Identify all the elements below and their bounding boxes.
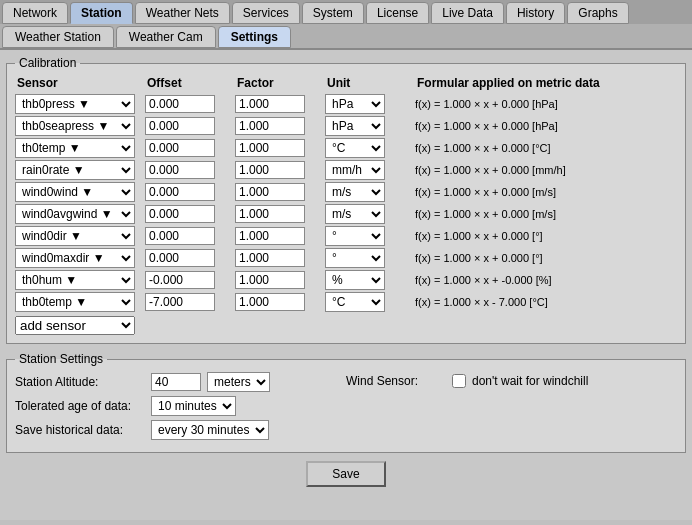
tab-weather-cam[interactable]: Weather Cam (116, 26, 216, 48)
factor-input-9[interactable] (235, 293, 305, 311)
tab-weather-nets[interactable]: Weather Nets (135, 2, 230, 24)
sensor-select-2[interactable]: th0temp ▼ (15, 138, 135, 158)
table-row: wind0wind ▼m/sf(x) = 1.000 × x + 0.000 [… (15, 182, 677, 202)
tab-services[interactable]: Services (232, 2, 300, 24)
offset-input-2[interactable] (145, 139, 215, 157)
factor-input-8[interactable] (235, 271, 305, 289)
top-nav: Network Station Weather Nets Services Sy… (0, 0, 692, 24)
sensor-select-9[interactable]: thb0temp ▼ (15, 292, 135, 312)
calibration-rows: thb0press ▼hPaf(x) = 1.000 × x + 0.000 [… (15, 94, 677, 312)
factor-input-0[interactable] (235, 95, 305, 113)
wind-sensor-label: Wind Sensor: (346, 374, 446, 388)
calibration-header: Sensor Offset Factor Unit Formular appli… (15, 76, 677, 90)
wind-chill-label: don't wait for windchill (472, 374, 588, 388)
unit-select-9[interactable]: °C (325, 292, 385, 312)
factor-input-7[interactable] (235, 249, 305, 267)
table-row: wind0avgwind ▼m/sf(x) = 1.000 × x + 0.00… (15, 204, 677, 224)
formula-text-4: f(x) = 1.000 × x + 0.000 [m/s] (415, 186, 677, 198)
offset-input-3[interactable] (145, 161, 215, 179)
sensor-select-3[interactable]: rain0rate ▼ (15, 160, 135, 180)
unit-select-6[interactable]: ° (325, 226, 385, 246)
header-formula: Formular applied on metric data (417, 76, 677, 90)
unit-select-3[interactable]: mm/h (325, 160, 385, 180)
tab-station[interactable]: Station (70, 2, 133, 24)
sensor-select-4[interactable]: wind0wind ▼ (15, 182, 135, 202)
offset-input-7[interactable] (145, 249, 215, 267)
formula-text-3: f(x) = 1.000 × x + 0.000 [mm/h] (415, 164, 677, 176)
factor-input-1[interactable] (235, 117, 305, 135)
offset-input-6[interactable] (145, 227, 215, 245)
table-row: th0temp ▼°Cf(x) = 1.000 × x + 0.000 [°C] (15, 138, 677, 158)
tolerated-age-select[interactable]: 1 minute 5 minutes 10 minutes 15 minutes… (151, 396, 236, 416)
sensor-select-6[interactable]: wind0dir ▼ (15, 226, 135, 246)
formula-text-0: f(x) = 1.000 × x + 0.000 [hPa] (415, 98, 677, 110)
calibration-fieldset: Calibration Sensor Offset Factor Unit Fo… (6, 56, 686, 344)
tolerated-age-row: Tolerated age of data: 1 minute 5 minute… (15, 396, 346, 416)
formula-text-2: f(x) = 1.000 × x + 0.000 [°C] (415, 142, 677, 154)
main-content: Calibration Sensor Offset Factor Unit Fo… (0, 50, 692, 520)
factor-input-2[interactable] (235, 139, 305, 157)
unit-select-8[interactable]: % (325, 270, 385, 290)
tab-network[interactable]: Network (2, 2, 68, 24)
formula-text-6: f(x) = 1.000 × x + 0.000 [°] (415, 230, 677, 242)
tolerated-age-label: Tolerated age of data: (15, 399, 145, 413)
altitude-input[interactable] (151, 373, 201, 391)
table-row: wind0maxdir ▼°f(x) = 1.000 × x + 0.000 [… (15, 248, 677, 268)
formula-text-5: f(x) = 1.000 × x + 0.000 [m/s] (415, 208, 677, 220)
offset-input-4[interactable] (145, 183, 215, 201)
table-row: thb0seapress ▼hPaf(x) = 1.000 × x + 0.00… (15, 116, 677, 136)
station-settings-fieldset: Station Settings Station Altitude: meter… (6, 352, 686, 453)
add-sensor-select[interactable]: add sensor (15, 316, 135, 335)
offset-input-9[interactable] (145, 293, 215, 311)
table-row: wind0dir ▼°f(x) = 1.000 × x + 0.000 [°] (15, 226, 677, 246)
table-row: thb0press ▼hPaf(x) = 1.000 × x + 0.000 [… (15, 94, 677, 114)
offset-input-1[interactable] (145, 117, 215, 135)
sensor-select-5[interactable]: wind0avgwind ▼ (15, 204, 135, 224)
header-sensor: Sensor (17, 76, 147, 90)
factor-input-3[interactable] (235, 161, 305, 179)
factor-input-5[interactable] (235, 205, 305, 223)
tab-weather-station[interactable]: Weather Station (2, 26, 114, 48)
sensor-select-8[interactable]: th0hum ▼ (15, 270, 135, 290)
formula-text-1: f(x) = 1.000 × x + 0.000 [hPa] (415, 120, 677, 132)
tab-graphs[interactable]: Graphs (567, 2, 628, 24)
calibration-legend: Calibration (15, 56, 80, 70)
altitude-unit-select[interactable]: meters feet (207, 372, 270, 392)
station-settings-right: Wind Sensor: don't wait for windchill (346, 372, 677, 444)
formula-text-8: f(x) = 1.000 × x + -0.000 [%] (415, 274, 677, 286)
header-factor: Factor (237, 76, 327, 90)
unit-select-1[interactable]: hPa (325, 116, 385, 136)
save-button[interactable]: Save (306, 461, 385, 487)
header-offset: Offset (147, 76, 237, 90)
sensor-select-7[interactable]: wind0maxdir ▼ (15, 248, 135, 268)
station-settings-legend: Station Settings (15, 352, 107, 366)
unit-select-5[interactable]: m/s (325, 204, 385, 224)
factor-input-4[interactable] (235, 183, 305, 201)
tab-history[interactable]: History (506, 2, 565, 24)
tab-license[interactable]: License (366, 2, 429, 24)
save-hist-select[interactable]: every 1 minute every 5 minutes every 10 … (151, 420, 269, 440)
table-row: thb0temp ▼°Cf(x) = 1.000 × x - 7.000 [°C… (15, 292, 677, 312)
offset-input-0[interactable] (145, 95, 215, 113)
formula-text-9: f(x) = 1.000 × x - 7.000 [°C] (415, 296, 677, 308)
sensor-select-0[interactable]: thb0press ▼ (15, 94, 135, 114)
tab-live-data[interactable]: Live Data (431, 2, 504, 24)
factor-input-6[interactable] (235, 227, 305, 245)
wind-chill-checkbox[interactable] (452, 374, 466, 388)
tab-settings[interactable]: Settings (218, 26, 291, 48)
tab-system[interactable]: System (302, 2, 364, 24)
unit-select-2[interactable]: °C (325, 138, 385, 158)
save-hist-label: Save historical data: (15, 423, 145, 437)
wind-sensor-row: Wind Sensor: don't wait for windchill (346, 374, 677, 388)
unit-select-4[interactable]: m/s (325, 182, 385, 202)
sensor-select-1[interactable]: thb0seapress ▼ (15, 116, 135, 136)
unit-select-7[interactable]: ° (325, 248, 385, 268)
formula-text-7: f(x) = 1.000 × x + 0.000 [°] (415, 252, 677, 264)
table-row: rain0rate ▼mm/hf(x) = 1.000 × x + 0.000 … (15, 160, 677, 180)
table-row: th0hum ▼%f(x) = 1.000 × x + -0.000 [%] (15, 270, 677, 290)
offset-input-5[interactable] (145, 205, 215, 223)
station-settings-left: Station Altitude: meters feet Tolerated … (15, 372, 346, 444)
save-hist-row: Save historical data: every 1 minute eve… (15, 420, 346, 440)
unit-select-0[interactable]: hPa (325, 94, 385, 114)
offset-input-8[interactable] (145, 271, 215, 289)
